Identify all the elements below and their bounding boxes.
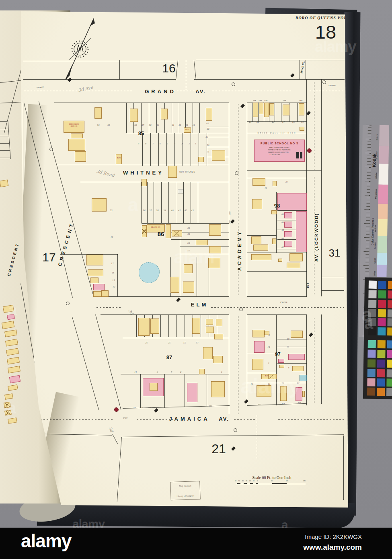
kodak-color-patch (377, 236, 387, 253)
map-label: CEMENT FLOORS EXCEPT IN (268, 152, 289, 153)
building-footprint (93, 291, 101, 297)
map-label: 41 (178, 210, 181, 212)
map-line (122, 434, 344, 437)
pipe-dashed-line (174, 91, 197, 91)
building-footprint (279, 365, 284, 368)
map-line (72, 317, 99, 410)
map-label: 307 (258, 404, 261, 406)
map-line (229, 103, 229, 296)
pipe-dashed-line (186, 60, 186, 90)
fire-alarm-diamond-icon (306, 111, 311, 115)
color-checker-cell (367, 360, 376, 368)
map-label: 8"W.PIPE (37, 86, 44, 89)
map-line (158, 133, 159, 166)
building-footprint (280, 386, 287, 401)
map-label: 20 (281, 382, 284, 385)
building-footprint (198, 157, 204, 162)
map-label: CLASS ROOMS (270, 154, 280, 156)
building-footprint (259, 103, 263, 114)
map-line (117, 437, 122, 502)
map-line (150, 133, 151, 166)
building-footprint (300, 152, 302, 158)
map-label: WAGON CO. (151, 226, 160, 228)
color-checker-cell (378, 290, 386, 298)
map-label: 7 (170, 371, 172, 374)
map-label: 7 (152, 143, 153, 145)
color-checker-cell (386, 388, 392, 396)
map-label: ELM (191, 302, 208, 308)
color-checker-cell (377, 350, 385, 358)
pond (139, 262, 160, 283)
building-footprint (289, 253, 303, 261)
pipe-dashed-line (314, 318, 314, 404)
map-line (174, 133, 175, 166)
building-footprint (278, 359, 284, 363)
map-line (176, 60, 178, 80)
color-checker-cell (387, 360, 392, 368)
building-footprint (296, 211, 307, 252)
building-footprint (253, 103, 258, 117)
building-footprint (257, 385, 271, 397)
building-footprint (142, 225, 147, 237)
pipe-dashed-line (96, 307, 121, 308)
map-label: 5 (166, 143, 168, 145)
map-label: 29 (292, 121, 295, 123)
map-label: 3d Ave (78, 85, 94, 93)
building-footprint (269, 103, 274, 115)
building-footprint (88, 269, 103, 276)
utility-circle-icon (49, 148, 53, 151)
map-label: 6 (288, 367, 289, 369)
map-label: DEMOCRATIC (69, 123, 79, 125)
map-line (117, 254, 118, 296)
color-checker-cell (387, 340, 392, 348)
watermark-bar: alamy Image ID: 2K2KWGX www.alamy.com (0, 528, 392, 559)
map-label: 49 (205, 136, 208, 139)
map-label: 1 (221, 371, 222, 374)
map-line (142, 223, 229, 224)
map-label: 13 (113, 286, 115, 288)
kodak-color-patch (377, 253, 387, 265)
map-line (300, 60, 300, 80)
pipe-dashed-line (234, 419, 257, 420)
map-line (247, 314, 247, 405)
map-line (191, 182, 191, 223)
building-footprint (183, 282, 194, 293)
map-label: 39 (156, 124, 159, 127)
map-label: 17 (297, 382, 299, 384)
map-line (207, 374, 207, 406)
map-line (277, 339, 307, 339)
map-label: 50 (207, 144, 209, 147)
color-checker-cell (377, 360, 385, 368)
map-label: 43 (191, 210, 193, 212)
building-footprint (75, 151, 86, 162)
map-line (207, 147, 229, 147)
building-footprint (92, 198, 107, 212)
map-label: 250 (264, 100, 267, 102)
map-label: 313 (281, 403, 285, 405)
map-label: HEAT: STEAM, LIGHTS: ELEC. (269, 147, 290, 148)
map-line (277, 347, 307, 347)
map-line (276, 314, 277, 405)
map-line (193, 103, 193, 133)
building-footprint (212, 150, 225, 161)
building-footprint (187, 383, 197, 402)
building-footprint (278, 259, 282, 262)
map-line (306, 60, 306, 80)
map-line (247, 353, 277, 353)
map-label: 3d Road (96, 169, 115, 178)
color-checker-cell (377, 378, 385, 386)
kodak-patch-label: Green (374, 242, 376, 249)
building-footprint (288, 354, 305, 360)
map-label: 691 (229, 220, 231, 224)
map-label: 277 (148, 407, 151, 409)
map-line (207, 137, 229, 137)
map-line (275, 103, 275, 121)
color-checker-cell (367, 350, 376, 358)
map-line (23, 79, 176, 80)
utility-circle-icon (232, 82, 235, 86)
map-label: 41 (281, 214, 284, 216)
building-footprint (203, 347, 213, 359)
building-footprint (254, 341, 265, 353)
map-label: 6 (268, 334, 269, 337)
map-label: 26 (257, 121, 259, 123)
